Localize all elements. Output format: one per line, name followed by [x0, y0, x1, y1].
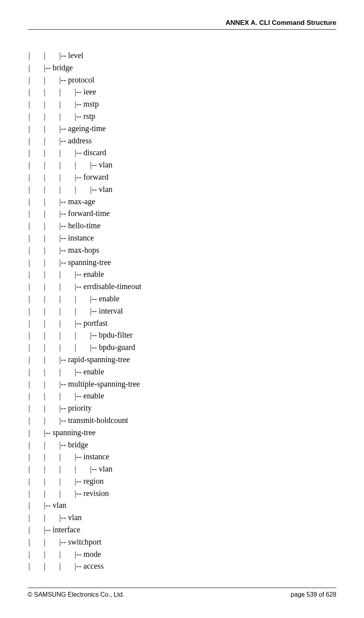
tree-line: | | |-- vlan [28, 511, 336, 524]
tree-line: | |-- spanning-tree [28, 426, 336, 439]
tree-line: | | | |-- errdisable-timeout [28, 280, 336, 293]
tree-line: | | |-- forward-time [28, 207, 336, 220]
tree-line: | | | |-- forward [28, 171, 336, 183]
footer-copyright: © SAMSUNG Electronics Co., Ltd. [28, 591, 124, 598]
page-number: page 539 of 628 [291, 591, 336, 598]
footer-page-info: page 539 of 628 [291, 591, 336, 598]
tree-line: | | |-- max-age [28, 195, 336, 208]
header-title: ANNEX A. CLI Command Structure [225, 19, 336, 26]
tree-line: | | |-- spanning-tree [28, 256, 336, 269]
tree-line: | | | | |-- vlan [28, 183, 336, 195]
page-footer: © SAMSUNG Electronics Co., Ltd. page 539… [28, 588, 336, 598]
tree-line: | | | |-- mode [28, 548, 336, 560]
tree-line: | | | |-- instance [28, 451, 336, 463]
tree-line: | | |-- level [28, 49, 336, 62]
tree-line: | | |-- protocol [28, 74, 336, 86]
tree-line: | | | |-- enable [28, 268, 336, 280]
tree-line: | | | |-- enable [28, 390, 336, 402]
tree-line: | | |-- hello-time [28, 220, 336, 232]
tree-line: | | | |-- access [28, 560, 336, 572]
tree-line: | | | | |-- interval [28, 305, 336, 317]
tree-line: | | | |-- portfast [28, 317, 336, 329]
tree-line: | | |-- instance [28, 232, 336, 244]
tree-line: | | | | |-- vlan [28, 463, 336, 475]
tree-line: | |-- bridge [28, 62, 336, 74]
tree-line: | |-- interface [28, 524, 336, 536]
tree-line: | | |-- ageing-time [28, 122, 336, 135]
tree-line: | | | |-- revision [28, 487, 336, 500]
tree-line: | | | | |-- enable [28, 293, 336, 305]
copyright-text: © SAMSUNG Electronics Co., Ltd. [28, 591, 124, 598]
tree-line: | | | |-- ieee [28, 86, 336, 98]
tree-line: | | | |-- region [28, 475, 336, 487]
tree-line: | | |-- max-hops [28, 244, 336, 256]
tree-line: | | | | |-- bpdu-filter [28, 329, 336, 341]
tree-line: | | |-- multiple-spanning-tree [28, 378, 336, 390]
document-page: ANNEX A. CLI Command Structure | | |-- l… [0, 0, 364, 618]
tree-line: | | | |-- rstp [28, 110, 336, 122]
tree-line: | | |-- rapid-spanning-tree [28, 353, 336, 366]
tree-line: | | | | |-- bpdu-guard [28, 341, 336, 353]
tree-line: | |-- vlan [28, 499, 336, 511]
tree-line: | | | |-- discard [28, 147, 336, 159]
tree-line: | | |-- bridge [28, 439, 336, 451]
tree-line: | | |-- switchport [28, 536, 336, 548]
tree-line: | | |-- transmit-holdcount [28, 414, 336, 426]
tree-line: | | |-- address [28, 135, 336, 147]
page-header: ANNEX A. CLI Command Structure [28, 19, 336, 30]
tree-line: | | | |-- enable [28, 366, 336, 378]
cli-command-tree: | | |-- level| |-- bridge| | |-- protoco… [28, 49, 336, 572]
tree-line: | | | |-- mstp [28, 98, 336, 110]
tree-line: | | |-- priority [28, 402, 336, 414]
tree-line: | | | | |-- vlan [28, 159, 336, 171]
